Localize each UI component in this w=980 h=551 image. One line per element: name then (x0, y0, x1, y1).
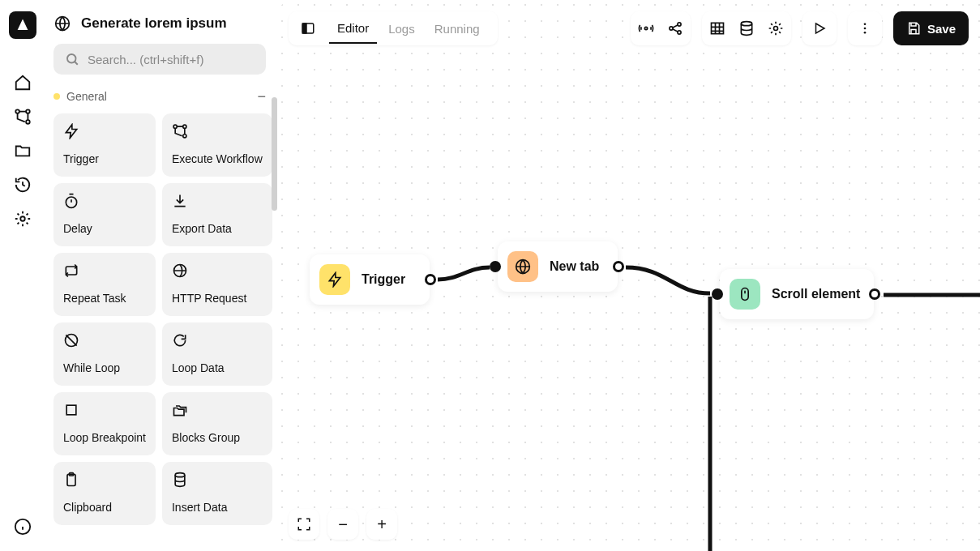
bolt-icon (319, 264, 350, 295)
workflow-icon[interactable] (13, 107, 32, 126)
editor-canvas[interactable]: Editor Logs Running (277, 0, 980, 551)
run-button[interactable] (802, 11, 837, 45)
menu-button[interactable] (848, 11, 882, 45)
section-dot-icon (53, 93, 60, 100)
while-icon (63, 332, 79, 348)
workflow-icon (172, 123, 188, 139)
nav-rail (0, 0, 45, 551)
svg-point-6 (67, 54, 76, 63)
port-in[interactable] (712, 288, 723, 300)
page-title: Generate lorem ipsum (81, 15, 227, 32)
port-in[interactable] (490, 261, 501, 272)
node-label: Trigger (362, 272, 405, 287)
tab-editor[interactable]: Editor (329, 14, 377, 44)
download-icon (172, 193, 188, 209)
node-label: Scroll element (772, 287, 860, 301)
mouse-icon (730, 279, 760, 310)
svg-point-3 (20, 216, 25, 221)
block-clipboard[interactable]: Clipboard (53, 462, 156, 525)
svg-point-27 (864, 23, 867, 25)
block-square[interactable]: Loop Breakpoint (53, 392, 156, 455)
loop-icon (172, 332, 188, 348)
blocks-panel: Generate lorem ipsum General − TriggerEx… (45, 0, 277, 551)
globe-icon (507, 251, 538, 282)
tabs: Editor Logs Running (289, 11, 498, 45)
svg-point-2 (26, 120, 30, 124)
port-out[interactable] (613, 261, 624, 272)
info-icon[interactable] (13, 517, 32, 536)
svg-point-8 (183, 125, 186, 128)
square-icon (63, 402, 79, 418)
search-input[interactable] (88, 53, 255, 66)
data-group (702, 11, 791, 45)
section-label: General (66, 90, 250, 103)
blocks-palette: TriggerExecute WorkflowDelayExport DataR… (53, 113, 266, 525)
database-icon (172, 472, 188, 488)
settings-icon[interactable] (13, 209, 32, 229)
node-scroll-element[interactable]: Scroll element (720, 269, 874, 319)
svg-point-9 (183, 135, 186, 138)
tab-logs[interactable]: Logs (380, 15, 423, 43)
tab-running[interactable]: Running (426, 15, 488, 43)
save-label: Save (927, 22, 956, 36)
block-label: HTTP Request (172, 292, 263, 305)
block-database[interactable]: Insert Data (162, 462, 272, 525)
fit-view-button[interactable] (289, 509, 319, 540)
block-label: Delay (63, 222, 146, 235)
svg-point-17 (175, 473, 185, 477)
app-logo[interactable] (9, 11, 36, 39)
folder-icon[interactable] (13, 141, 32, 160)
block-label: While Loop (63, 361, 146, 374)
panel-scrollbar[interactable] (272, 97, 277, 211)
block-download[interactable]: Export Data (162, 183, 272, 246)
panel-toggle-icon[interactable] (298, 19, 318, 38)
svg-rect-24 (711, 23, 723, 33)
broadcast-icon[interactable] (637, 19, 655, 37)
block-label: Export Data (172, 222, 263, 235)
home-icon[interactable] (13, 73, 32, 92)
node-label: New tab (550, 259, 599, 274)
block-label: Loop Data (172, 361, 263, 374)
globe-slash-icon (172, 263, 188, 279)
zoom-in-button[interactable]: + (366, 509, 397, 540)
timer-icon (63, 193, 79, 209)
block-bolt[interactable]: Trigger (53, 113, 156, 177)
database-icon[interactable] (738, 19, 755, 37)
table-icon[interactable] (708, 19, 726, 37)
svg-rect-31 (742, 288, 748, 301)
zoom-controls: − + (289, 509, 397, 540)
block-globe-slash[interactable]: HTTP Request (162, 253, 272, 316)
svg-rect-19 (302, 23, 306, 33)
block-workflow[interactable]: Execute Workflow (162, 113, 272, 177)
history-icon[interactable] (13, 175, 32, 194)
block-label: Loop Breakpoint (63, 431, 146, 444)
svg-point-20 (644, 27, 647, 29)
globe-icon (53, 15, 71, 32)
save-button[interactable]: Save (893, 11, 969, 45)
svg-point-10 (66, 197, 76, 207)
search-input-container[interactable] (53, 44, 266, 75)
block-loop[interactable]: Loop Data (162, 322, 272, 386)
block-repeat[interactable]: Repeat Task (53, 253, 156, 316)
node-trigger[interactable]: Trigger (310, 254, 430, 305)
svg-point-0 (15, 109, 19, 113)
block-folders[interactable]: Blocks Group (162, 392, 272, 455)
repeat-icon (63, 263, 79, 279)
block-timer[interactable]: Delay (53, 183, 156, 246)
share-icon[interactable] (666, 19, 684, 37)
section-collapse-button[interactable]: − (257, 89, 266, 104)
block-label: Blocks Group (172, 431, 263, 444)
zoom-out-button[interactable]: − (327, 509, 358, 540)
block-while[interactable]: While Loop (53, 322, 156, 386)
port-out[interactable] (425, 274, 436, 285)
svg-point-29 (864, 32, 867, 34)
block-label: Trigger (63, 152, 146, 165)
config-icon[interactable] (767, 19, 785, 37)
folders-icon (172, 402, 188, 418)
svg-point-7 (173, 125, 177, 128)
port-out[interactable] (869, 288, 880, 300)
search-icon (65, 52, 79, 66)
node-new-tab[interactable]: New tab (498, 241, 618, 292)
block-label: Insert Data (172, 501, 263, 514)
svg-point-25 (741, 22, 751, 26)
